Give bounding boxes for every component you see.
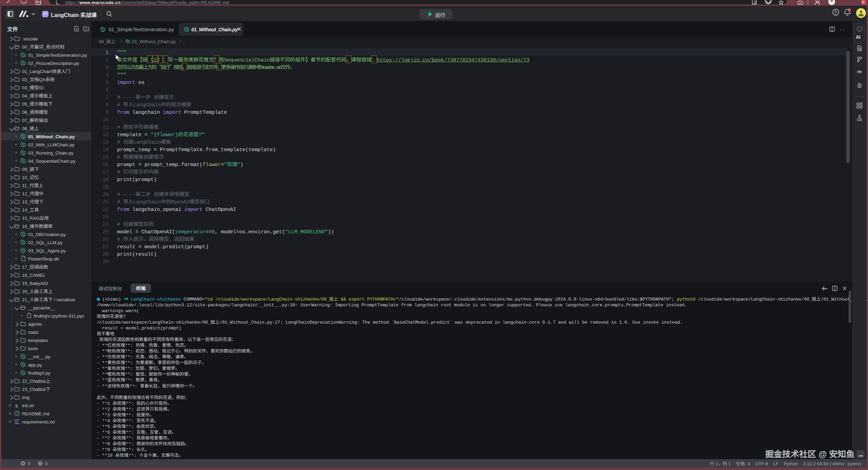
svg-text:?: ?: [834, 10, 837, 15]
svg-text:?: ?: [16, 411, 18, 415]
